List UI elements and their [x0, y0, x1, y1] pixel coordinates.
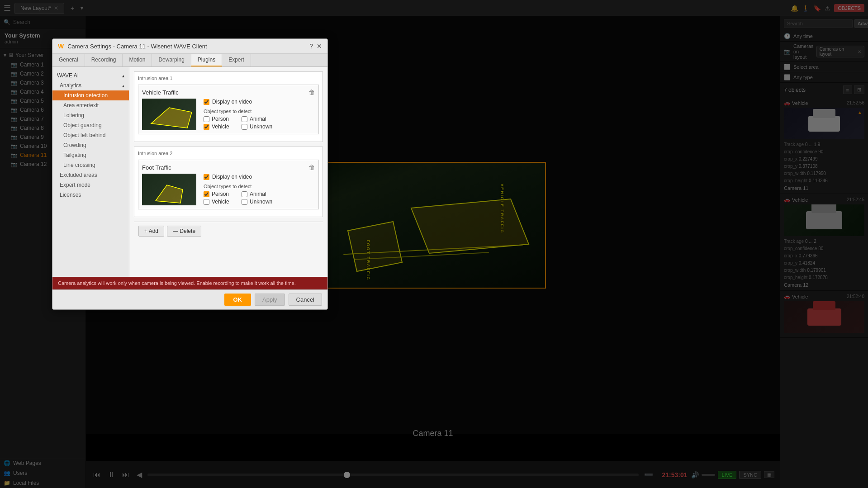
advanced-search-button[interactable]: Advanced...	[854, 19, 868, 28]
filter-area[interactable]: ⬜ Select area	[780, 62, 868, 72]
object-time: 21:52:56	[847, 100, 864, 105]
filter-time[interactable]: 🕐 Any time	[780, 31, 868, 42]
add-area-button[interactable]: + Add	[138, 226, 164, 237]
display-on-video-1: Display on video	[204, 99, 272, 105]
camera-filter-icon: 📷	[784, 48, 791, 55]
dlg-item-excluded-areas[interactable]: Excluded areas	[52, 170, 129, 180]
tab-expert[interactable]: Expert	[222, 54, 251, 66]
filter-cameras[interactable]: 📷 Cameras on layout Cameras on layout ✕	[780, 42, 868, 62]
dlg-item-crowding[interactable]: Crowding	[52, 140, 129, 150]
unknown-1-checkbox[interactable]	[242, 124, 247, 130]
dlg-group-waveai-header[interactable]: WAVE AI ▴	[52, 71, 129, 81]
objects-count-bar: 7 objects ≡ ⊞	[780, 83, 868, 97]
expand-button[interactable]: ▦	[764, 471, 774, 478]
camera-icon: 📷	[11, 62, 17, 68]
wave-logo: W	[58, 43, 64, 50]
person-1-checkbox[interactable]	[204, 116, 209, 122]
dialog-title-bar: W Camera Settings - Camera 11 - Wisenet …	[52, 39, 327, 54]
intrusion-area-1-section: Intrusion area 1 Vehicle Traffic 🗑	[134, 71, 323, 142]
objects-button[interactable]: OBJECTS	[834, 4, 864, 12]
filter-type[interactable]: ⬜ Any type	[780, 72, 868, 83]
ok-button[interactable]: OK	[224, 294, 251, 306]
dlg-item-expert-mode[interactable]: Expert mode	[52, 180, 129, 190]
object-card-header: 🚗 Vehicle 21:52:56	[784, 100, 864, 106]
sidebar-item-users[interactable]: 👥Users	[0, 468, 85, 478]
delete-intrusion-2-button[interactable]: 🗑	[308, 164, 315, 171]
cancel-button[interactable]: Cancel	[289, 294, 322, 306]
list-view-button[interactable]: ≡	[843, 85, 852, 94]
apply-button[interactable]: Apply	[255, 294, 285, 306]
object-type-label: Vehicle	[792, 294, 808, 299]
dialog-close-button[interactable]: ✕	[317, 43, 322, 50]
person-1-checkbox-item: Person	[204, 116, 234, 122]
timeline-bar[interactable]	[147, 474, 639, 476]
tab[interactable]: New Layout* ✕	[14, 3, 64, 14]
dlg-item-object-left[interactable]: Object left behind	[52, 130, 129, 140]
camera-icon: 📷	[11, 71, 17, 77]
area-2-title: Intrusion area 2	[138, 151, 319, 156]
tab-close-icon[interactable]: ✕	[54, 5, 58, 11]
volume-icon[interactable]: 🔊	[691, 471, 699, 479]
camera-settings-dialog[interactable]: W Camera Settings - Camera 11 - Wisenet …	[52, 38, 328, 310]
vehicle-2-checkbox[interactable]	[204, 199, 209, 205]
unknown-2-checkbox[interactable]	[242, 199, 247, 205]
remove-cameras-filter[interactable]: ✕	[858, 49, 861, 54]
vehicle-1-checkbox[interactable]	[204, 124, 209, 130]
person-2-checkbox[interactable]	[204, 191, 209, 197]
dlg-item-licenses[interactable]: Licenses	[52, 190, 129, 200]
object-types-2-label: Object types to detect	[204, 184, 272, 189]
object-thumbnail: ▲	[784, 108, 864, 139]
object-camera: Camera 12	[784, 282, 864, 288]
skip-back-button[interactable]: ⏮	[91, 470, 102, 480]
camera-icon: 📷	[11, 134, 17, 140]
display-on-video-1-checkbox[interactable]	[204, 99, 209, 105]
alert-icon[interactable]: ⚠	[825, 5, 830, 12]
play-pause-button[interactable]: ⏸	[106, 470, 117, 480]
intrusion-card-1: Vehicle Traffic 🗑	[138, 85, 319, 134]
right-search-input[interactable]	[784, 19, 853, 28]
object-type: 🚗 Vehicle	[784, 294, 808, 299]
camera-icon: 📷	[11, 89, 17, 95]
tab-dewarping[interactable]: Dewarping	[152, 54, 191, 66]
skip-forward-button[interactable]: ⏭	[120, 470, 131, 480]
tab-plugins[interactable]: Plugins	[191, 54, 222, 66]
delete-area-button[interactable]: — Delete	[167, 226, 201, 237]
sidebar-item-webpages[interactable]: 🌐Web Pages	[0, 458, 85, 468]
dlg-subgroup-analytics: Analytics ▴ Intrusion detection Area ent…	[52, 81, 129, 170]
tab-general[interactable]: General	[52, 54, 85, 66]
display-on-video-2-checkbox[interactable]	[204, 174, 209, 180]
delete-intrusion-1-button[interactable]: 🗑	[308, 89, 315, 96]
step-back-button[interactable]: ◀	[135, 469, 144, 480]
dlg-analytics-header[interactable]: Analytics ▴	[52, 81, 129, 90]
notifications-icon[interactable]: 🔔	[791, 5, 798, 12]
animal-2-checkbox[interactable]	[242, 191, 247, 197]
dlg-item-tailgating[interactable]: Tailgating	[52, 150, 129, 160]
object-thumbnail	[784, 301, 864, 333]
search-input[interactable]	[13, 19, 82, 25]
tab-recording[interactable]: Recording	[85, 54, 123, 66]
dlg-item-intrusion[interactable]: Intrusion detection	[52, 90, 129, 100]
dlg-item-loitering[interactable]: Loitering	[52, 110, 129, 120]
sync-button[interactable]: SYNC	[739, 471, 761, 479]
bottom-icons: 🔊 LIVE SYNC ▦	[691, 471, 774, 479]
tab-motion[interactable]: Motion	[123, 54, 152, 66]
dialog-help-button[interactable]: ?	[309, 43, 313, 50]
menu-icon[interactable]: ☰	[4, 3, 11, 13]
animal-1-checkbox[interactable]	[242, 116, 247, 122]
chevron-up-icon: ▴	[122, 73, 124, 78]
live-button[interactable]: LIVE	[718, 471, 737, 479]
object-card-header: 🚗 Vehicle 21:52:40	[784, 294, 864, 299]
timeline-thumb[interactable]	[344, 472, 350, 478]
tab-dropdown-icon[interactable]: ▾	[81, 5, 83, 11]
sidebar-item-localfiles[interactable]: 📁Local Files	[0, 478, 85, 488]
motion-icon[interactable]: 🚶	[802, 5, 810, 12]
dlg-item-line-crossing[interactable]: Line crossing	[52, 160, 129, 170]
dlg-item-object-guarding[interactable]: Object guarding	[52, 120, 129, 130]
zoom-out-button[interactable]: ➖	[642, 469, 655, 480]
add-tab-icon[interactable]: +	[68, 5, 77, 12]
truck-icon: 🚗	[784, 100, 790, 106]
bookmark-icon[interactable]: 🔖	[813, 5, 821, 12]
dlg-item-area-enter-exit[interactable]: Area enter/exit	[52, 100, 129, 110]
grid-view-button[interactable]: ⊞	[854, 85, 864, 94]
cameras-tag-label: Cameras on layout	[820, 47, 856, 57]
